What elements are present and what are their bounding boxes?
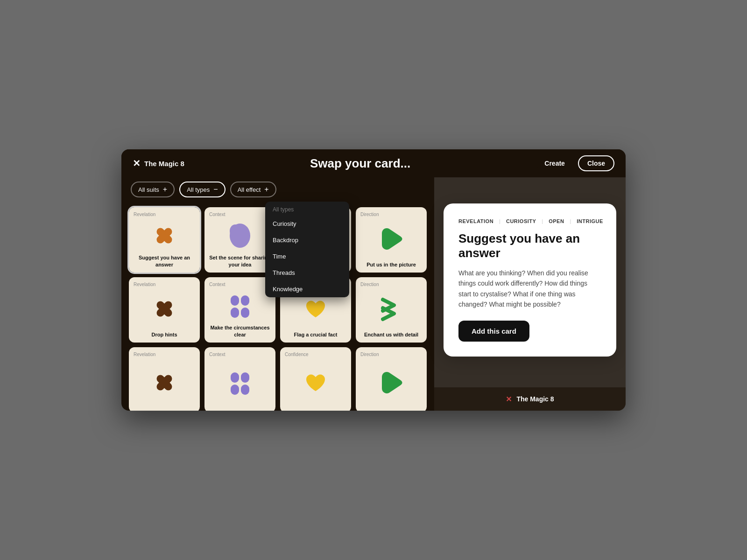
svg-rect-6	[231, 295, 239, 306]
card-12[interactable]: Direction	[356, 347, 427, 411]
card-8-title: Enchant us with detail	[364, 331, 418, 338]
filter-row: All suits + All types − All effect +	[121, 177, 434, 202]
svg-rect-15	[241, 385, 249, 395]
detail-panel: REVELATION | CURIOSITY | OPEN | INTRIGUE…	[434, 149, 626, 411]
filter-types-icon: −	[213, 185, 218, 194]
add-this-card-button[interactable]: Add this card	[458, 321, 529, 342]
svg-rect-12	[231, 372, 239, 383]
svg-point-3	[230, 224, 241, 238]
card-4[interactable]: Direction Put us in the picture	[356, 207, 427, 273]
tag-sep-2: |	[542, 218, 543, 224]
filter-effect[interactable]: All effect +	[230, 182, 276, 197]
dropdown-item-time[interactable]: Time	[265, 248, 349, 265]
detail-description: What are you thinking? When did you real…	[458, 268, 601, 310]
card-6-icon	[209, 287, 271, 324]
card-5-type: Revelation	[134, 282, 155, 287]
card-8-type: Direction	[360, 282, 379, 287]
dropdown-item-curiosity[interactable]: Curiosity	[265, 216, 349, 232]
card-5-title: Drop hints	[152, 331, 177, 338]
card-2-type: Context	[209, 212, 225, 217]
detail-card: REVELATION | CURIOSITY | OPEN | INTRIGUE…	[444, 203, 616, 357]
logo-icon: ✕	[133, 158, 141, 169]
dropdown-item-backdrop[interactable]: Backdrop	[265, 232, 349, 248]
detail-tags: REVELATION | CURIOSITY | OPEN | INTRIGUE	[458, 218, 601, 224]
card-1-title: Suggest you have an answer	[134, 254, 195, 268]
card-8-icon	[360, 287, 422, 331]
card-1-type: Revelation	[134, 212, 155, 217]
filter-effect-icon: +	[264, 185, 268, 194]
tag-intrigue: INTRIGUE	[577, 218, 603, 224]
tag-sep-1: |	[499, 218, 500, 224]
tag-sep-3: |	[570, 218, 571, 224]
card-1-icon	[134, 217, 195, 254]
detail-title: Suggest you have an answer	[458, 231, 601, 260]
card-1[interactable]: Revelation Suggest you have an answer	[129, 207, 200, 273]
filter-suits-icon: +	[163, 185, 167, 194]
svg-rect-8	[231, 308, 239, 318]
card-5-icon	[134, 287, 195, 331]
dropdown-item-knowledge[interactable]: Knowledge	[265, 281, 349, 297]
tag-open: OPEN	[549, 218, 564, 224]
filter-types-label: All types	[187, 186, 210, 193]
logo-area: ✕ The Magic 8	[133, 158, 184, 169]
card-8[interactable]: Direction Enchant us with detail	[356, 277, 427, 343]
dropdown-item-threads[interactable]: Threads	[265, 265, 349, 281]
card-4-title: Put us in the picture	[366, 261, 416, 268]
page-title: Swap your card...	[310, 156, 410, 170]
tag-curiosity: CURIOSITY	[506, 218, 536, 224]
filter-effect-label: All effect	[238, 186, 261, 193]
filter-suits[interactable]: All suits +	[131, 182, 175, 197]
svg-rect-14	[231, 385, 239, 395]
card-6-type: Context	[209, 282, 225, 287]
card-10-icon	[209, 357, 271, 408]
card-10-type: Context	[209, 352, 225, 357]
card-2-title: Set the scene for sharing your idea	[209, 254, 271, 268]
card-2-icon	[209, 217, 271, 254]
card-11[interactable]: Confidence	[280, 347, 351, 411]
card-12-type: Direction	[360, 352, 379, 357]
filter-suits-label: All suits	[138, 186, 159, 193]
card-9[interactable]: Revelation	[129, 347, 200, 411]
card-11-icon	[285, 357, 346, 408]
svg-rect-9	[241, 308, 249, 318]
card-4-type: Direction	[360, 212, 379, 217]
svg-rect-13	[241, 372, 249, 383]
card-7-title: Flag a crucial fact	[294, 331, 338, 338]
card-12-icon	[360, 357, 422, 408]
card-9-icon	[134, 357, 195, 408]
dropdown-header: All types	[265, 202, 349, 216]
svg-rect-7	[241, 295, 249, 306]
types-dropdown: All types Curiosity Backdrop Time Thread…	[265, 202, 349, 297]
card-10[interactable]: Context	[204, 347, 275, 411]
card-5[interactable]: Revelation Drop hints	[129, 277, 200, 343]
filter-types[interactable]: All types −	[179, 182, 225, 197]
card-9-type: Revelation	[134, 352, 155, 357]
app-name: The Magic 8	[144, 160, 184, 168]
card-6-title: Make the circumstances clear	[209, 324, 271, 338]
card-11-type: Confidence	[285, 352, 309, 357]
card-4-icon	[360, 217, 422, 261]
tag-revelation: REVELATION	[458, 218, 493, 224]
